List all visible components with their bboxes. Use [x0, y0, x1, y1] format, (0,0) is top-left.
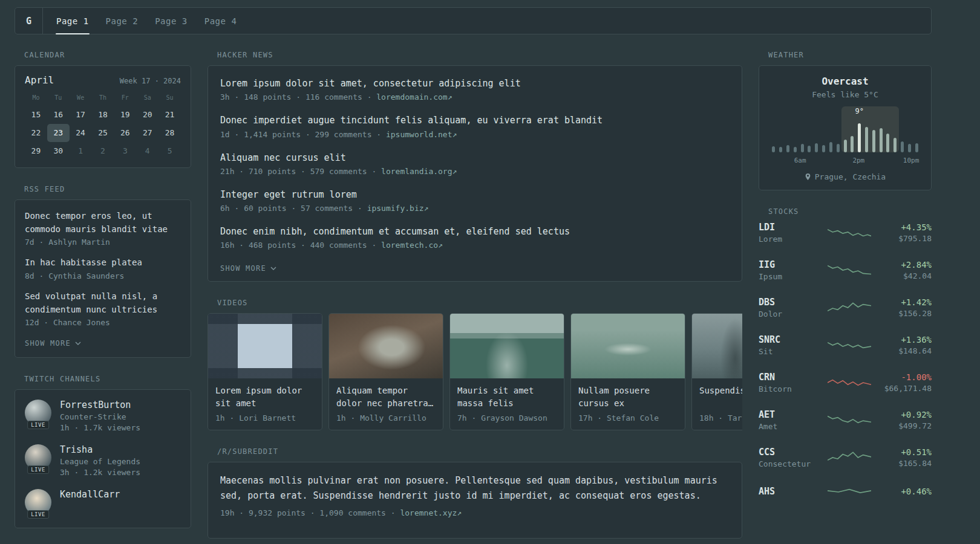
channel-game[interactable]: League of Legends	[60, 457, 140, 466]
video-title[interactable]: Lorem ipsum dolor sit amet consectetu…	[215, 384, 315, 410]
rss-item-title[interactable]: In hac habitasse platea	[25, 256, 181, 270]
video-thumbnail[interactable]	[571, 314, 685, 378]
channel-name[interactable]: KendallCarr	[60, 489, 120, 500]
hackernews-show-more-button[interactable]: SHOW MORE	[220, 264, 276, 273]
stock-name: Amet	[759, 422, 828, 431]
weather-bar-column	[820, 106, 828, 152]
page-tab[interactable]: Page 1	[48, 8, 97, 34]
calendar-day: 28	[158, 124, 181, 142]
video-thumbnail[interactable]	[450, 314, 564, 378]
video-thumbnail[interactable]	[692, 314, 742, 378]
twitch-channel-row[interactable]: LIVE KendallCarr	[25, 489, 181, 516]
stock-sparkline-path	[828, 380, 871, 386]
weather-bar-column	[913, 106, 920, 152]
video-title[interactable]: Suspendisse diam	[699, 384, 742, 410]
weather-temperature-bar	[822, 145, 825, 152]
subreddit-item-link[interactable]: loremnet.xyz	[400, 508, 457, 517]
stock-values: +0.51% $165.84	[871, 447, 932, 468]
hackernews-item-link[interactable]: loremlandia.org	[381, 167, 452, 176]
calendar-day: 17	[70, 106, 92, 124]
video-title[interactable]: Aliquam tempor dolor nec pharetra…	[336, 384, 436, 410]
hackernews-item-link[interactable]: loremtech.co	[381, 241, 438, 250]
app-logo[interactable]: G	[15, 8, 43, 34]
rss-show-more-button[interactable]: SHOW MORE	[25, 339, 81, 348]
video-card[interactable]: Mauris sit amet massa felis 7h · Grayson…	[449, 313, 564, 430]
weather-location: Prague, Czechia	[815, 172, 886, 181]
page-tab-label: Page 2	[106, 16, 139, 26]
rss-widget: RSS FEED Donec tempor eros leo, ut commo…	[15, 185, 191, 358]
stock-values: +0.92% $499.72	[871, 410, 932, 430]
weather-bar-column: 9°	[856, 106, 863, 152]
video-thumbnail[interactable]	[208, 314, 322, 378]
hackernews-item-title[interactable]: Integer eget rutrum lorem	[220, 188, 730, 202]
videos-widget-title: VIDEOS	[217, 299, 742, 307]
stock-row[interactable]: AHS +0.46%	[759, 484, 932, 500]
stock-price: $156.28	[871, 309, 932, 318]
hackernews-item-link[interactable]: ipsumify.biz	[367, 204, 424, 213]
stock-name: Ipsum	[759, 272, 828, 281]
calendar-widget-title: CALENDAR	[24, 51, 191, 59]
channel-name[interactable]: ForrestBurton	[60, 400, 140, 410]
calendar-weekday-row: MoTuWeThFrSaSu	[25, 92, 181, 106]
calendar-day-grid: 1516171819202122232425262728293012345	[25, 106, 181, 160]
weather-temperature-bar	[872, 130, 875, 152]
stocks-list: LDI Lorem +4.35% $795.18 IIG	[759, 222, 932, 500]
calendar-day: 15	[25, 106, 47, 124]
page-tab[interactable]: Page 4	[196, 8, 246, 34]
stock-row[interactable]: SNRC Sit +1.36% $148.64	[759, 334, 932, 356]
page-tab[interactable]: Page 2	[97, 8, 147, 34]
video-card[interactable]: Suspendisse diam 18h · Tara	[691, 313, 742, 430]
video-thumbnail[interactable]	[329, 314, 443, 378]
calendar-header: April Week 17 · 2024	[25, 74, 181, 86]
weather-temperature-bar	[786, 145, 789, 152]
video-card[interactable]: Aliquam tempor dolor nec pharetra… 1h · …	[328, 313, 443, 430]
stock-identity: LDI Lorem	[759, 222, 828, 244]
twitch-channel-row[interactable]: LIVE ForrestBurton Counter-Strike 1h · 1…	[25, 400, 181, 432]
video-title[interactable]: Nullam posuere cursus ex	[578, 384, 678, 410]
channel-game[interactable]: Counter-Strike	[60, 412, 140, 421]
stock-row[interactable]: DBS Dolor +1.42% $156.28	[759, 297, 932, 319]
weather-bar-column	[813, 106, 820, 152]
weather-location-row[interactable]: Prague, Czechia	[770, 172, 920, 181]
hackernews-widget-title: HACKER NEWS	[217, 51, 742, 59]
stock-price: $499.72	[871, 421, 932, 430]
stock-symbol: CRN	[759, 372, 828, 383]
hackernews-item-title[interactable]: Donec imperdiet augue tincidunt felis al…	[220, 114, 730, 128]
hackernews-item-link[interactable]: loremdomain.com	[376, 92, 447, 102]
stock-change-percent: +0.46%	[871, 487, 932, 496]
stock-row[interactable]: AET Amet +0.92% $499.72	[759, 409, 932, 431]
page-tab[interactable]: Page 3	[146, 8, 196, 34]
stock-row[interactable]: IIG Ipsum +2.84% $42.04	[759, 259, 932, 281]
video-card[interactable]: Lorem ipsum dolor sit amet consectetu… 1…	[207, 313, 322, 430]
video-card-body: Aliquam tempor dolor nec pharetra… 1h · …	[329, 378, 443, 430]
stock-change-percent: +1.36%	[871, 335, 932, 345]
rss-item-title[interactable]: Sed volutpat nulla nisl, a condimentum n…	[25, 290, 181, 316]
subreddit-widget-title: /R/SUBREDDIT	[217, 447, 742, 456]
weather-bar-column	[770, 106, 777, 152]
rss-widget-title: RSS FEED	[24, 185, 191, 193]
stock-row[interactable]: CRN Bitcorn -1.00% $66,171.48	[759, 372, 932, 393]
twitch-channel-row[interactable]: LIVE Trisha League of Legends 3h · 1.2k …	[25, 444, 181, 477]
rss-item-title[interactable]: Donec tempor eros leo, ut commodo mauris…	[25, 210, 181, 236]
weather-bar-column	[828, 106, 835, 152]
hackernews-item-title[interactable]: Aliquam nec cursus elit	[220, 151, 730, 165]
weather-bar-column	[834, 106, 841, 152]
stock-change-percent: +1.42%	[871, 297, 932, 307]
video-card[interactable]: Nullam posuere cursus ex 17h · Stefan Co…	[570, 313, 685, 430]
weather-temperature-bar	[915, 143, 918, 152]
hackernews-item-title[interactable]: Lorem ipsum dolor sit amet, consectetur …	[220, 77, 730, 91]
video-title[interactable]: Mauris sit amet massa felis	[457, 384, 557, 410]
stock-change-percent: +2.84%	[871, 260, 932, 270]
stock-row[interactable]: CCS Consectetur +0.51% $165.84	[759, 447, 932, 468]
subreddit-item-title[interactable]: Maecenas mollis pulvinar erat non posuer…	[220, 473, 730, 504]
stock-sparkline	[828, 484, 871, 500]
channel-name[interactable]: Trisha	[60, 444, 140, 455]
hackernews-item-link[interactable]: ipsumworld.net	[386, 130, 452, 139]
calendar-weekday: Tu	[47, 92, 70, 106]
stock-sparkline	[828, 300, 871, 316]
page-tab-label: Page 3	[155, 16, 188, 26]
stock-row[interactable]: LDI Lorem +4.35% $795.18	[759, 222, 932, 244]
weather-temperature-bar	[837, 144, 840, 152]
hackernews-item-title[interactable]: Donec enim nibh, condimentum et accumsan…	[220, 225, 730, 239]
video-meta: 1h · Molly Carrillo	[336, 413, 436, 423]
